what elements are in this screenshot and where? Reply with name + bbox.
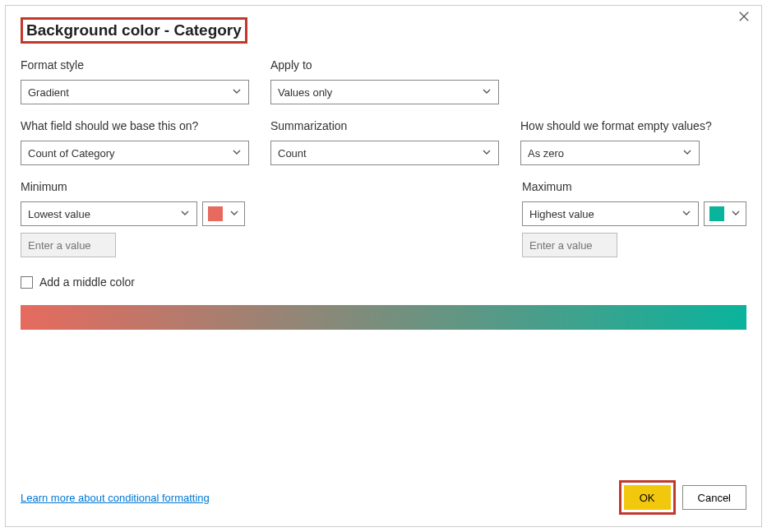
field-empty-values: How should we format empty values? As ze… [520, 119, 712, 165]
empty-values-value: As zero [528, 147, 564, 160]
minimum-color-picker[interactable] [202, 201, 245, 226]
minimum-value-input[interactable] [21, 233, 116, 257]
field-apply-to: Apply to Values only [270, 58, 499, 104]
footer-buttons: OK Cancel [619, 480, 746, 515]
summarization-dropdown[interactable]: Count [270, 141, 499, 165]
minimum-color-swatch [208, 206, 223, 221]
summarization-value: Count [278, 147, 307, 160]
empty-values-label: How should we format empty values? [520, 119, 712, 132]
middle-color-checkbox[interactable] [21, 276, 33, 289]
chevron-down-icon [482, 147, 492, 160]
maximum-value: Highest value [529, 208, 594, 220]
minimum-label: Minimum [21, 180, 245, 193]
chevron-down-icon [482, 86, 492, 99]
apply-to-dropdown[interactable]: Values only [270, 80, 499, 104]
maximum-section: Maximum Highest value [522, 180, 746, 257]
chevron-down-icon [229, 206, 239, 221]
gradient-preview [21, 305, 746, 330]
empty-values-dropdown[interactable]: As zero [520, 141, 700, 165]
minimum-value: Lowest value [28, 208, 90, 220]
ok-button[interactable]: OK [624, 485, 671, 510]
format-style-value: Gradient [28, 86, 69, 99]
maximum-color-swatch [709, 206, 724, 221]
field-base-field: What field should we base this on? Count… [21, 119, 249, 165]
chevron-down-icon [232, 86, 242, 99]
row-min-max: Minimum Lowest value Maximum Highest val… [21, 180, 746, 257]
maximum-color-picker[interactable] [704, 201, 746, 226]
close-icon[interactable] [738, 11, 753, 25]
row-format-apply: Format style Gradient Apply to Values on… [21, 58, 746, 104]
chevron-down-icon [682, 147, 692, 160]
chevron-down-icon [180, 208, 190, 220]
conditional-formatting-dialog: Background color - Category Format style… [5, 5, 762, 527]
dialog-footer: Learn more about conditional formatting … [21, 480, 746, 515]
middle-color-label: Add a middle color [39, 275, 135, 289]
field-format-style: Format style Gradient [21, 58, 249, 104]
maximum-value-input[interactable] [522, 233, 617, 257]
maximum-label: Maximum [522, 180, 746, 193]
chevron-down-icon [682, 208, 691, 220]
base-field-dropdown[interactable]: Count of Category [21, 141, 249, 165]
minimum-section: Minimum Lowest value [21, 180, 245, 257]
learn-more-link[interactable]: Learn more about conditional formatting [21, 492, 210, 504]
format-style-dropdown[interactable]: Gradient [21, 80, 249, 104]
dialog-title: Background color - Category [21, 17, 247, 44]
base-field-value: Count of Category [28, 147, 115, 160]
minimum-dropdown[interactable]: Lowest value [21, 201, 197, 226]
chevron-down-icon [232, 147, 242, 160]
row-field-summarize-empty: What field should we base this on? Count… [21, 119, 746, 165]
apply-to-value: Values only [278, 86, 332, 99]
cancel-button[interactable]: Cancel [682, 485, 746, 510]
maximum-dropdown[interactable]: Highest value [522, 201, 699, 226]
field-summarization: Summarization Count [270, 119, 499, 165]
ok-highlight-box: OK [619, 480, 676, 515]
middle-color-row: Add a middle color [21, 275, 746, 289]
apply-to-label: Apply to [270, 58, 499, 72]
base-field-label: What field should we base this on? [21, 119, 249, 132]
format-style-label: Format style [21, 58, 249, 72]
summarization-label: Summarization [270, 119, 499, 132]
chevron-down-icon [731, 206, 741, 221]
